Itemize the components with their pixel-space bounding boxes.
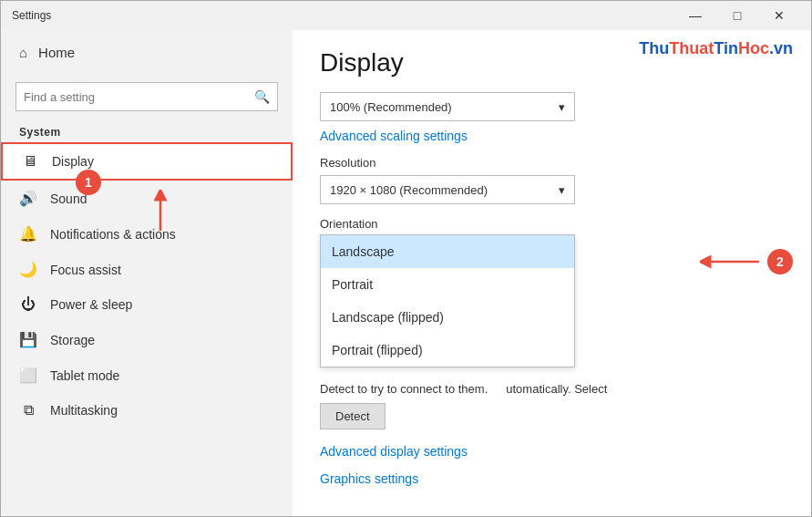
notifications-icon: 🔔: [19, 225, 37, 243]
resolution-chevron-icon: ▾: [559, 183, 565, 197]
scale-dropdown[interactable]: 100% (Recommended) ▾: [320, 92, 575, 121]
sidebar-item-storage-label: Storage: [50, 333, 95, 347]
minimize-button[interactable]: —: [674, 1, 716, 30]
orientation-label: Orientation: [320, 217, 775, 231]
annotation-2-container: 2: [700, 249, 793, 274]
watermark-thuat: Thuat: [669, 39, 714, 57]
orientation-option-portrait-flipped[interactable]: Portrait (flipped): [321, 334, 574, 367]
arrow-2-icon: [700, 253, 764, 271]
maximize-button[interactable]: □: [716, 1, 758, 30]
search-icon: 🔍: [254, 89, 270, 104]
resolution-value: 1920 × 1080 (Recommended): [330, 183, 488, 197]
orientation-option-portrait[interactable]: Portrait: [321, 268, 574, 301]
auto-text: utomatically. Select: [506, 382, 607, 396]
watermark-thu: Thu: [639, 39, 669, 57]
sidebar-item-display-label: Display: [52, 154, 94, 169]
home-icon: ⌂: [19, 45, 27, 60]
resolution-dropdown[interactable]: 1920 × 1080 (Recommended) ▾: [320, 175, 575, 204]
annotation-badge-1: 1: [76, 170, 101, 195]
tablet-icon: ⬜: [19, 367, 37, 384]
sidebar-item-sound[interactable]: 🔊 Sound: [1, 181, 293, 216]
display-icon: 🖥: [21, 153, 39, 170]
watermark: ThuThuatTinHoc.vn: [639, 39, 793, 58]
scale-value: 100% (Recommended): [330, 100, 452, 114]
sidebar-item-display[interactable]: 🖥 Display 1: [1, 142, 293, 181]
window-controls: — □ ✕: [674, 1, 800, 30]
sidebar-item-multitasking[interactable]: ⧉ Multitasking: [1, 393, 293, 428]
sidebar-item-tablet[interactable]: ⬜ Tablet mode: [1, 357, 293, 393]
sidebar-item-notifications-label: Notifications & actions: [50, 227, 176, 242]
main-panel: ThuThuatTinHoc.vn Display 100% (Recommen…: [293, 30, 811, 516]
graphics-settings-link[interactable]: Graphics settings: [320, 471, 775, 486]
detect-row: Detect to try to connect to them. utomat…: [320, 373, 775, 403]
scale-chevron-icon: ▾: [559, 100, 565, 114]
watermark-tin: Tin: [714, 39, 738, 57]
storage-icon: 💾: [19, 331, 37, 348]
advanced-display-link[interactable]: Advanced display settings: [320, 444, 775, 459]
focus-icon: 🌙: [19, 261, 37, 278]
content-area: ⌂ Home 🔍 System 🖥 Display 1 🔊: [1, 30, 811, 516]
sidebar-section-title: System: [1, 122, 293, 142]
sidebar-item-tablet-label: Tablet mode: [50, 368, 119, 383]
detect-text: Detect to try to connect to them.: [320, 382, 488, 396]
detect-button[interactable]: Detect: [320, 403, 385, 429]
sidebar-item-storage[interactable]: 💾 Storage: [1, 322, 293, 357]
sound-icon: 🔊: [19, 190, 37, 207]
watermark-vn: .vn: [769, 39, 793, 57]
sidebar-item-notifications[interactable]: 🔔 Notifications & actions: [1, 216, 293, 252]
watermark-hoc: Hoc: [738, 39, 769, 57]
power-icon: ⏻: [19, 296, 37, 313]
sidebar-home[interactable]: ⌂ Home: [1, 30, 293, 75]
orientation-option-landscape[interactable]: Landscape: [321, 235, 574, 268]
sidebar-item-multitasking-label: Multitasking: [50, 403, 118, 418]
orientation-dropdown[interactable]: Landscape Portrait Landscape (flipped) P…: [320, 234, 575, 367]
sidebar-item-focus[interactable]: 🌙 Focus assist: [1, 252, 293, 287]
sidebar-item-power-label: Power & sleep: [50, 297, 132, 312]
advanced-scaling-link[interactable]: Advanced scaling settings: [320, 129, 775, 143]
multitasking-icon: ⧉: [19, 402, 37, 419]
search-box[interactable]: 🔍: [15, 82, 278, 111]
orientation-option-landscape-flipped[interactable]: Landscape (flipped): [321, 301, 574, 334]
sidebar-item-focus-label: Focus assist: [50, 263, 121, 277]
window-title: Settings: [12, 9, 51, 22]
close-button[interactable]: ✕: [758, 1, 800, 30]
settings-window: Settings — □ ✕ ⌂ Home 🔍 System 🖥: [0, 0, 812, 517]
title-bar: Settings — □ ✕: [1, 1, 811, 30]
resolution-label: Resolution: [320, 156, 775, 170]
home-label: Home: [38, 45, 75, 60]
search-input[interactable]: [24, 90, 254, 104]
annotation-badge-2: 2: [767, 249, 793, 274]
sidebar: ⌂ Home 🔍 System 🖥 Display 1 🔊: [1, 30, 293, 516]
sidebar-item-power[interactable]: ⏻ Power & sleep: [1, 287, 293, 322]
